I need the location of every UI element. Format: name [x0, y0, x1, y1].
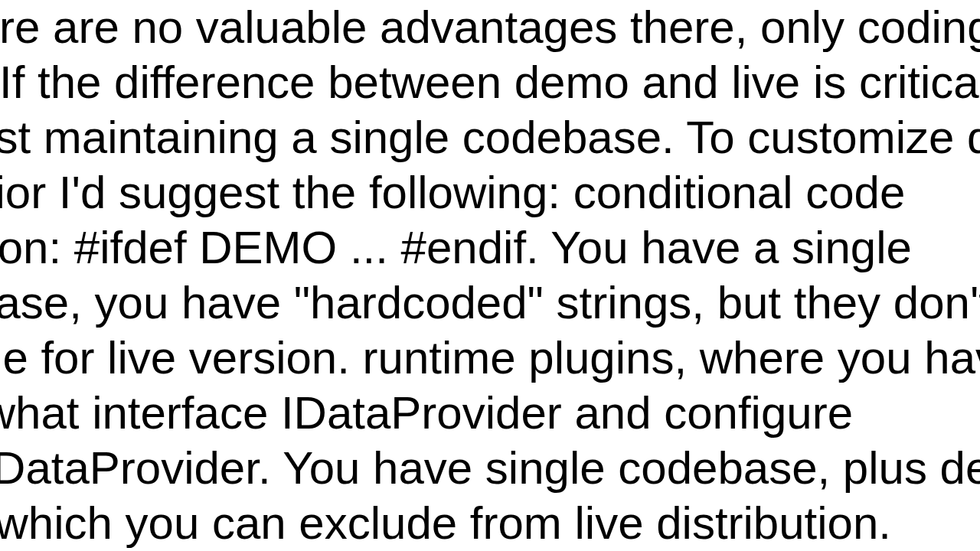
document-body-text: 1: There are no valuable advantages ther… [0, 0, 980, 551]
